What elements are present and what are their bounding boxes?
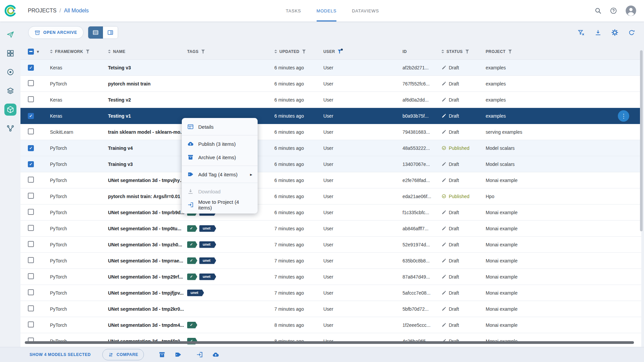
menu-item-tag[interactable]: Add Tag (4 items)▸ [182, 168, 258, 181]
menu-item-publish[interactable]: Publish (3 items) [182, 137, 258, 150]
refresh-icon[interactable] [628, 29, 635, 36]
cell-name[interactable]: UNet segmentation 3d - tmp2kr0... [105, 306, 184, 312]
row-checkbox[interactable]: ✓ [28, 65, 34, 71]
cell-name[interactable]: pytorch mnist train [105, 81, 184, 86]
cell-name[interactable]: pytorch mnist train: Args/lr=0.01 [105, 194, 184, 199]
row-checkbox[interactable]: ✓ [28, 145, 34, 151]
row-checkbox[interactable] [28, 193, 34, 199]
sidebar-item-getting-started[interactable] [4, 28, 16, 41]
search-icon[interactable] [594, 7, 602, 14]
cell-name[interactable]: UNet segmentation 3d - tmpdm4... [105, 322, 184, 328]
horizontal-scrollbar[interactable] [25, 341, 634, 344]
table-row[interactable]: ✓ PyTorch Training v4 6 minutes ago User… [20, 140, 641, 156]
cell-name[interactable]: UNet segmentation 3d - tmp29rf... [105, 274, 184, 280]
row-checkbox[interactable]: ✓ [28, 113, 34, 119]
row-checkbox[interactable] [28, 225, 34, 231]
row-checkbox[interactable] [28, 128, 34, 134]
cell-name[interactable]: Testing v1 [105, 113, 184, 119]
th-project[interactable]: PROJECT [483, 49, 641, 54]
archive-selected-button[interactable] [158, 351, 166, 359]
menu-item-details[interactable]: Details [182, 120, 258, 133]
cell-name[interactable]: Training v3 [105, 162, 184, 167]
clear-filters-icon[interactable] [578, 29, 585, 36]
download-table-icon[interactable] [594, 29, 602, 36]
cell-name[interactable]: Testing v2 [105, 97, 184, 103]
row-checkbox[interactable] [28, 289, 34, 295]
table-row[interactable]: PyTorch UNet segmentation 3d - tmp29rf..… [20, 269, 641, 285]
settings-icon[interactable] [611, 29, 619, 36]
table-row[interactable]: PyTorch UNet segmentation 3d - tmprrae..… [20, 253, 641, 269]
table-row[interactable]: PyTorch UNet segmentation 3d - tmpvjhyl.… [20, 172, 641, 188]
table-row[interactable]: ✓ Keras Testing v1 6 minutes ago User b0… [20, 108, 641, 124]
row-checkbox[interactable] [28, 177, 34, 183]
row-checkbox[interactable] [28, 321, 34, 327]
menu-item-archive[interactable]: Archive (4 items) [182, 150, 258, 164]
sort-icon[interactable] [441, 50, 444, 53]
row-checkbox[interactable]: ✓ [28, 161, 34, 167]
filter-icon[interactable] [338, 50, 341, 54]
cell-name[interactable]: UNet segmentation 3d - tmpvjhyl... [105, 178, 184, 183]
clearml-logo[interactable] [4, 4, 17, 17]
menu-item-move[interactable]: Move to Project (4 items) [182, 198, 258, 212]
sort-icon[interactable] [274, 50, 277, 53]
table-row[interactable]: ✓ PyTorch Training v3 6 minutes ago User… [20, 156, 641, 172]
filter-icon[interactable] [86, 50, 90, 54]
th-select[interactable]: ▾ [20, 49, 47, 55]
compare-button[interactable]: COMPARE [102, 349, 144, 360]
sidebar-item-datasets[interactable] [4, 85, 16, 97]
tab-tasks[interactable]: TASKS [286, 0, 301, 21]
vertical-scrollbar[interactable] [640, 50, 643, 231]
help-icon[interactable] [610, 7, 617, 14]
selected-count-label[interactable]: SHOW 4 MODELS SELECTED [30, 352, 91, 357]
table-row[interactable]: PyTorch UNet segmentation 3d - tmprb9d..… [20, 204, 641, 221]
table-row[interactable]: PyTorch UNet segmentation 3d - tmpjfjpv.… [20, 285, 641, 301]
cell-name[interactable]: UNet segmentation 3d - tmprb9d... [105, 210, 184, 215]
open-archive-button[interactable]: OPEN ARCHIVE [28, 26, 84, 39]
table-row[interactable]: PyTorch UNet segmentation 3d - tmp2kr0..… [20, 301, 641, 317]
filter-icon[interactable] [201, 50, 205, 54]
row-checkbox[interactable] [28, 273, 34, 279]
tab-models[interactable]: MODELS [317, 0, 337, 21]
move-to-project-button[interactable] [196, 351, 204, 359]
sort-icon[interactable] [108, 50, 111, 53]
filter-icon[interactable] [508, 50, 512, 54]
select-all-checkbox[interactable] [28, 49, 34, 55]
table-view-button[interactable] [88, 26, 103, 39]
th-user[interactable]: USER [321, 49, 400, 54]
row-checkbox[interactable] [28, 80, 34, 86]
breadcrumb-current[interactable]: All Models [64, 8, 89, 14]
th-updated[interactable]: UPDATED [272, 49, 321, 54]
select-all-caret-icon[interactable]: ▾ [37, 49, 39, 54]
table-row[interactable]: PyTorch pytorch mnist train 6 minutes ag… [20, 76, 641, 92]
sidebar-item-pipelines[interactable] [4, 122, 16, 134]
th-status[interactable]: STATUS [439, 49, 483, 54]
sort-icon[interactable] [50, 50, 53, 53]
row-checkbox[interactable] [28, 305, 34, 311]
cell-name[interactable]: UNet segmentation 3d - tmpzh0... [105, 242, 184, 247]
add-tag-button[interactable] [174, 351, 182, 359]
table-row[interactable]: PyTorch UNet segmentation 3d - tmpdm4...… [20, 317, 641, 333]
sidebar-item-dashboard[interactable] [4, 47, 16, 59]
cell-name[interactable]: UNet segmentation 3d - tmp0tu... [105, 226, 184, 231]
row-checkbox[interactable] [28, 209, 34, 215]
publish-button[interactable] [212, 351, 220, 359]
user-avatar[interactable] [625, 5, 637, 16]
table-row[interactable]: ScikitLearn train sklearn model - sklear… [20, 124, 641, 140]
sidebar-item-models[interactable] [4, 104, 16, 116]
th-framework[interactable]: FRAMEWORK [47, 49, 105, 54]
th-tags[interactable]: TAGS [184, 49, 272, 54]
sidebar-item-projects[interactable] [4, 66, 16, 78]
split-view-button[interactable] [103, 26, 118, 39]
cell-name[interactable]: Training v4 [105, 145, 184, 151]
filter-icon[interactable] [465, 50, 469, 54]
cell-name[interactable]: UNet segmentation 3d - tmpjfjpv... [105, 290, 184, 296]
table-row[interactable]: PyTorch UNet segmentation 3d - tmp0tu...… [20, 221, 641, 237]
breadcrumb-projects[interactable]: PROJECTS [28, 8, 56, 14]
cell-name[interactable]: Tetsing v3 [105, 65, 184, 70]
table-row[interactable]: PyTorch UNet segmentation 3d - tmpzh0...… [20, 237, 641, 253]
th-name[interactable]: NAME [105, 49, 184, 54]
table-row[interactable]: Keras Testing v2 6 minutes ago User af6d… [20, 92, 641, 108]
row-menu-button[interactable]: ⋮ [618, 110, 629, 122]
filter-icon[interactable] [302, 50, 306, 54]
cell-name[interactable]: train sklearn model - sklearn-mo... [105, 129, 184, 135]
